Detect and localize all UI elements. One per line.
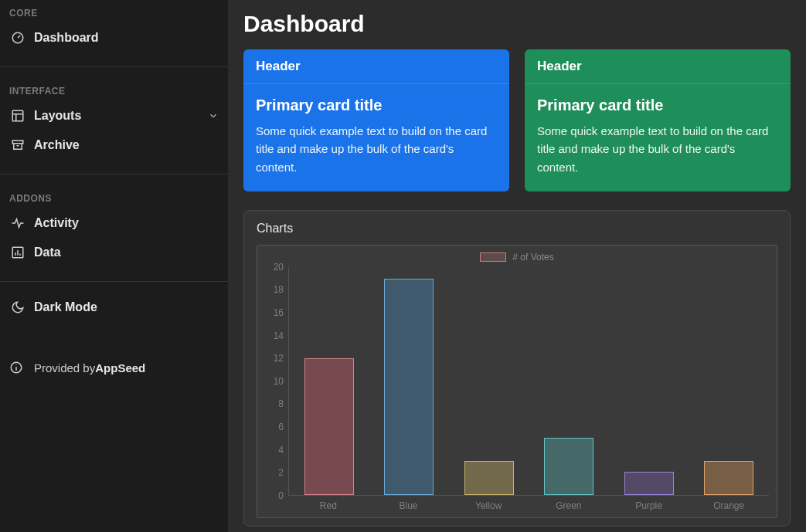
sidebar-item-label: Archive xyxy=(34,138,80,152)
bar[interactable] xyxy=(304,358,354,495)
sidebar-item-label: Dashboard xyxy=(34,31,99,45)
x-label: Orange xyxy=(689,500,769,511)
y-axis: 02468101214161820 xyxy=(265,267,288,496)
x-label: Yellow xyxy=(448,500,529,511)
sidebar-item-label: Layouts xyxy=(34,109,81,123)
y-tick: 20 xyxy=(274,262,284,273)
y-tick: 0 xyxy=(278,490,284,501)
sidebar-section-core: CORE xyxy=(0,0,228,23)
x-label: Red xyxy=(288,500,369,511)
card-body: Primary card title Some quick example te… xyxy=(525,84,791,191)
divider xyxy=(0,281,228,282)
info-icon xyxy=(9,361,26,374)
sidebar-section-addons: ADDONS xyxy=(0,185,228,208)
bar[interactable] xyxy=(384,279,434,495)
x-label: Blue xyxy=(369,500,449,511)
provided-by-brand: AppSeed xyxy=(95,361,145,374)
card-body: Primary card title Some quick example te… xyxy=(243,84,509,191)
x-label: Green xyxy=(529,500,609,511)
y-tick: 4 xyxy=(278,445,284,456)
layouts-icon xyxy=(9,109,26,123)
sidebar-item-dashboard[interactable]: Dashboard xyxy=(0,23,228,53)
bar[interactable] xyxy=(704,461,753,495)
dark-mode-toggle[interactable]: Dark Mode xyxy=(0,293,228,322)
divider xyxy=(0,174,228,175)
bar-slot xyxy=(689,267,770,495)
sidebar-item-layouts[interactable]: Layouts xyxy=(0,101,228,130)
provided-by-prefix: Provided by xyxy=(34,361,95,374)
activity-icon xyxy=(9,216,26,230)
divider xyxy=(0,66,228,67)
sidebar-item-archive[interactable]: Archive xyxy=(0,130,228,160)
bar-slot xyxy=(609,267,689,495)
charts-panel: Charts # of Votes 02468101214161820 RedB… xyxy=(243,210,791,527)
card-text: Some quick example text to build on the … xyxy=(256,122,497,176)
chevron-down-icon xyxy=(208,110,219,121)
y-tick: 18 xyxy=(274,284,284,295)
dashboard-icon xyxy=(9,31,26,45)
plot: 02468101214161820 xyxy=(265,267,769,496)
main-content: Dashboard Header Primary card title Some… xyxy=(228,0,806,532)
archive-icon xyxy=(9,138,26,152)
bar[interactable] xyxy=(464,461,514,495)
bar-slot xyxy=(289,267,369,495)
card-text: Some quick example text to build on the … xyxy=(537,122,778,176)
dark-mode-label: Dark Mode xyxy=(34,300,97,314)
svg-rect-1 xyxy=(12,110,23,121)
y-tick: 2 xyxy=(278,467,284,478)
svg-rect-4 xyxy=(12,141,23,144)
x-label: Purple xyxy=(609,500,689,511)
plot-area xyxy=(288,267,769,496)
sidebar-item-label: Activity xyxy=(34,216,79,230)
card-title: Primary card title xyxy=(537,97,778,114)
bar-slot xyxy=(369,267,450,495)
x-axis: RedBlueYellowGreenPurpleOrange xyxy=(288,500,769,511)
chart-legend: # of Votes xyxy=(265,252,769,263)
y-tick: 12 xyxy=(274,353,284,364)
legend-label: # of Votes xyxy=(512,252,553,263)
charts-panel-title: Charts xyxy=(257,222,777,236)
y-tick: 6 xyxy=(278,422,284,432)
sidebar-section-interface: INTERFACE xyxy=(0,78,228,101)
page-title: Dashboard xyxy=(243,11,791,37)
y-tick: 16 xyxy=(274,307,284,318)
sidebar: CORE Dashboard INTERFACE Layouts Archive… xyxy=(0,0,228,532)
card-primary-green: Header Primary card title Some quick exa… xyxy=(525,49,791,191)
bar[interactable] xyxy=(624,472,674,495)
card-header: Header xyxy=(243,49,509,84)
sidebar-item-data[interactable]: Data xyxy=(0,238,228,267)
sidebar-item-label: Data xyxy=(34,246,61,259)
cards-row: Header Primary card title Some quick exa… xyxy=(243,49,791,191)
y-tick: 14 xyxy=(274,330,284,341)
bar-slot xyxy=(449,267,529,495)
sidebar-item-activity[interactable]: Activity xyxy=(0,208,228,238)
y-tick: 8 xyxy=(278,398,284,409)
bar-slot xyxy=(529,267,610,495)
bars xyxy=(289,267,769,495)
card-header: Header xyxy=(525,49,791,84)
provided-by-link[interactable]: Provided by AppSeed xyxy=(0,353,228,382)
card-title: Primary card title xyxy=(256,97,497,114)
chart-frame: # of Votes 02468101214161820 RedBlueYell… xyxy=(257,245,777,518)
y-tick: 10 xyxy=(274,376,284,387)
legend-swatch xyxy=(480,252,506,262)
bar[interactable] xyxy=(544,438,593,495)
moon-icon xyxy=(9,300,26,314)
bar-chart-icon xyxy=(9,246,26,259)
card-primary-blue: Header Primary card title Some quick exa… xyxy=(243,49,509,191)
